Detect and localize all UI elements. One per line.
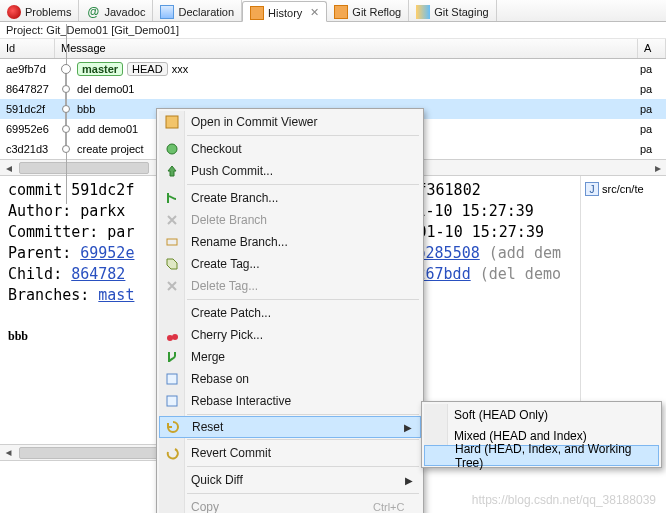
menu-delete-tag: Delete Tag... [159,275,421,297]
commit-id: ae9fb7d [0,63,55,75]
col-author[interactable]: A [638,39,666,58]
tab-history[interactable]: History✕ [242,1,327,22]
commit-author: pa [638,143,666,155]
open-icon [165,115,179,129]
commit-id: 8647827 [0,83,55,95]
detail-author: Author: parkx [8,202,125,220]
merge-icon [165,350,179,364]
rename-icon [165,235,179,249]
file-item[interactable]: J src/cn/te [581,180,666,198]
svg-rect-0 [166,116,178,128]
watermark: https://blog.csdn.net/qq_38188039 [472,493,656,507]
staging-icon [416,5,430,19]
branch-badge: master [77,62,123,76]
commit-author: pa [638,83,666,95]
menu-copy: CopyCtrl+C [159,496,421,513]
branch-link[interactable]: mast [98,286,134,304]
graph-node-icon [62,145,70,153]
scroll-left-icon[interactable]: ◂ [0,445,17,460]
graph-node-icon [62,125,70,133]
table-columns: Id Message A [0,39,666,59]
commit-id: 591dc2f [0,103,55,115]
menu-revert-commit[interactable]: Revert Commit [159,442,421,464]
declaration-icon [160,5,174,19]
svg-point-3 [167,335,173,341]
commit-message: del demo01 [77,83,638,95]
tab-javadoc[interactable]: @Javadoc [79,0,153,21]
java-file-icon: J [585,182,599,196]
commit-message: xxx [172,63,189,75]
cherry-icon [165,328,179,342]
submenu-soft[interactable]: Soft (HEAD Only) [424,404,659,425]
reflog-icon [334,5,348,19]
close-icon[interactable]: ✕ [306,6,319,19]
svg-rect-5 [167,374,177,384]
rebase-i-icon [165,394,179,408]
graph-node-icon [62,85,70,93]
revert-icon [165,446,179,460]
delete-icon [165,213,179,227]
menu-create-tag[interactable]: Create Tag... [159,253,421,275]
detail-branches-label: Branches: [8,286,98,304]
commit-id: 69952e6 [0,123,55,135]
reset-icon [166,420,180,434]
menu-merge[interactable]: Merge [159,346,421,368]
tab-problems[interactable]: Problems [0,0,79,21]
reset-submenu: Soft (HEAD Only) Mixed (HEAD and Index) … [421,401,662,468]
table-row[interactable]: ae9fb7d masterHEADxxx pa [0,59,666,79]
context-menu: Open in Commit Viewer Checkout Push Comm… [156,108,424,513]
menu-reset[interactable]: Reset▶ [159,416,421,438]
tab-git-reflog[interactable]: Git Reflog [327,0,409,21]
detail-child-label: Child: [8,265,71,283]
submenu-hard[interactable]: Hard (HEAD, Index, and Working Tree) [424,445,659,466]
svg-point-1 [167,144,177,154]
menu-rename-branch[interactable]: Rename Branch... [159,231,421,253]
commit-author: pa [638,103,666,115]
push-icon [165,164,179,178]
menu-push-commit[interactable]: Push Commit... [159,160,421,182]
scroll-left-icon[interactable]: ◂ [0,160,17,175]
commit-author: pa [638,123,666,135]
detail-commit: commit 591dc2f [8,181,134,199]
menu-create-patch[interactable]: Create Patch... [159,302,421,324]
tab-git-staging[interactable]: Git Staging [409,0,496,21]
delete-icon [165,279,179,293]
col-id[interactable]: Id [0,39,55,58]
child-link[interactable]: 864782 [71,265,125,283]
menu-quick-diff[interactable]: Quick Diff▶ [159,469,421,491]
parent-link[interactable]: 69952e [80,244,134,262]
branch-icon [165,191,179,205]
menu-open-commit-viewer[interactable]: Open in Commit Viewer [159,111,421,133]
commit-author: pa [638,63,666,75]
menu-rebase-on[interactable]: Rebase on [159,368,421,390]
commit-id: c3d21d3 [0,143,55,155]
file-name: src/cn/te [602,183,644,195]
detail-committer: Committer: par [8,223,134,241]
menu-cherry-pick[interactable]: Cherry Pick... [159,324,421,346]
problems-icon [7,5,21,19]
checkout-icon [165,142,179,156]
project-line: Project: Git_Demo01 [Git_Demo01] [0,22,666,39]
detail-parent-label: Parent: [8,244,80,262]
rebase-icon [165,372,179,386]
history-icon [250,6,264,20]
tab-declaration[interactable]: Declaration [153,0,242,21]
svg-rect-2 [167,239,177,245]
svg-rect-6 [167,396,177,406]
menu-delete-branch: Delete Branch [159,209,421,231]
scroll-thumb[interactable] [19,162,149,174]
scroll-right-icon[interactable]: ▸ [649,160,666,175]
col-message[interactable]: Message [55,39,638,58]
javadoc-icon: @ [86,5,100,19]
head-badge: HEAD [127,62,168,76]
table-row[interactable]: 8647827 del demo01 pa [0,79,666,99]
graph-node-icon [62,105,70,113]
tag-icon [165,257,179,271]
menu-create-branch[interactable]: Create Branch... [159,187,421,209]
views-tabbar: Problems @Javadoc Declaration History✕ G… [0,0,666,22]
menu-rebase-interactive[interactable]: Rebase Interactive [159,390,421,412]
menu-checkout[interactable]: Checkout [159,138,421,160]
graph-node-icon [61,64,71,74]
svg-point-4 [172,334,178,340]
